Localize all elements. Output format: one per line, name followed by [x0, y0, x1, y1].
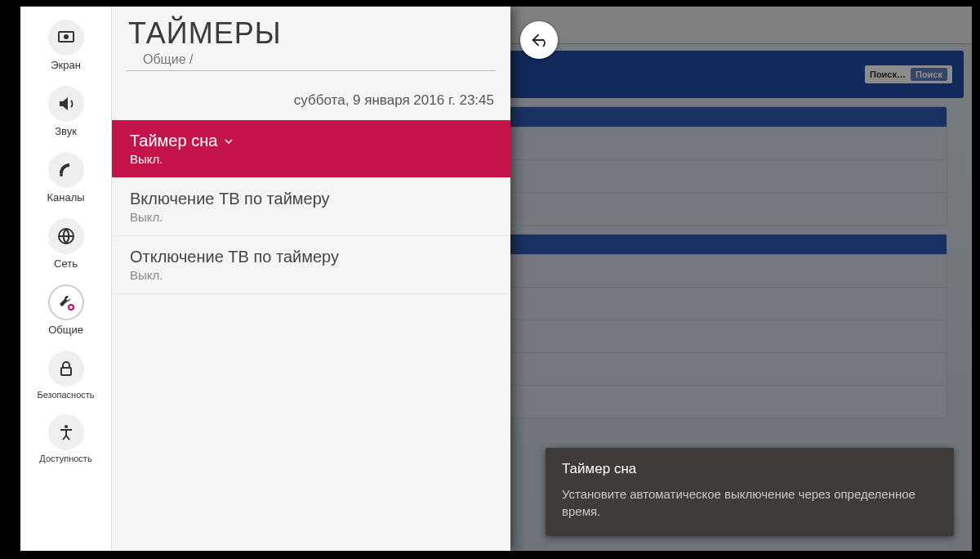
settings-content: ТАЙМЕРЫ Общие / суббота, 9 января 2016 г… — [112, 7, 510, 551]
lock-icon — [48, 351, 84, 387]
sidebar-item-label: Доступность — [22, 454, 109, 463]
back-arrow-icon — [530, 31, 548, 49]
sidebar-item-security[interactable]: Безопасность — [20, 342, 111, 406]
option-title: Отключение ТВ по таймеру — [130, 248, 339, 266]
sidebar-item-label: Экран — [22, 59, 109, 71]
option-value: Выкл. — [130, 152, 492, 166]
breadcrumb: Общие / — [127, 51, 496, 71]
forum-search: Поиск… Поиск — [865, 65, 952, 83]
wrench-gear-icon — [48, 284, 84, 320]
svg-rect-5 — [61, 368, 71, 375]
sidebar-item-sound[interactable]: Звук — [20, 78, 111, 144]
sidebar-item-label: Каналы — [22, 191, 109, 203]
help-toast: Таймер сна Установите автоматическое вык… — [546, 448, 954, 536]
option-sleep-timer[interactable]: Таймер сна Выкл. — [112, 120, 510, 178]
option-power-on-timer[interactable]: Включение ТВ по таймеру Выкл. — [112, 178, 510, 236]
option-power-off-timer[interactable]: Отключение ТВ по таймеру Выкл. — [112, 236, 510, 294]
help-body: Установите автоматическое выключение чер… — [562, 485, 938, 520]
satellite-icon — [48, 152, 84, 188]
search-placeholder: Поиск… — [870, 69, 906, 79]
svg-point-2 — [60, 173, 63, 177]
chevron-down-icon — [222, 135, 235, 148]
datetime-label: суббота, 9 января 2016 г. 23:45 — [112, 71, 510, 120]
sidebar-item-label: Безопасность — [22, 390, 109, 400]
help-title: Таймер сна — [562, 461, 938, 477]
accessibility-icon — [48, 414, 84, 450]
back-button[interactable] — [520, 21, 558, 59]
sidebar-item-label: Общие — [22, 324, 109, 336]
page-title: ТАЙМЕРЫ — [112, 13, 510, 51]
option-title: Таймер сна — [130, 132, 217, 150]
sidebar-item-accessibility[interactable]: Доступность — [20, 406, 111, 470]
svg-point-1 — [64, 34, 69, 39]
svg-point-6 — [65, 425, 68, 428]
settings-sidebar: Экран Звук Каналы Сеть — [20, 7, 112, 551]
sidebar-item-screen[interactable]: Экран — [20, 11, 111, 78]
svg-point-4 — [69, 305, 74, 310]
option-value: Выкл. — [130, 268, 492, 282]
screen-icon — [48, 20, 84, 56]
search-button-bg: Поиск — [911, 68, 947, 81]
globe-icon — [48, 218, 84, 254]
sidebar-item-label: Звук — [22, 125, 109, 137]
option-value: Выкл. — [130, 210, 492, 224]
sidebar-item-label: Сеть — [22, 257, 109, 270]
option-title: Включение ТВ по таймеру — [130, 190, 330, 208]
sidebar-item-channels[interactable]: Каналы — [20, 144, 111, 210]
sound-icon — [48, 86, 84, 122]
sidebar-item-network[interactable]: Сеть — [20, 210, 111, 276]
sidebar-item-general[interactable]: Общие — [20, 276, 111, 342]
settings-panel: Экран Звук Каналы Сеть — [20, 7, 510, 551]
